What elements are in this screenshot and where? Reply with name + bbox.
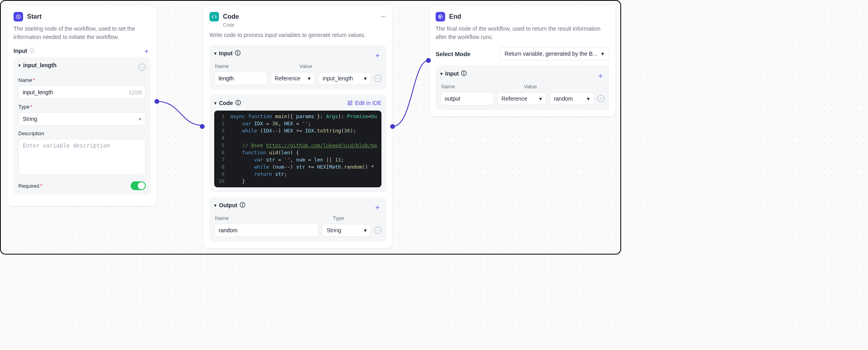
description-input[interactable]	[18, 139, 146, 175]
end-description: The final node of the workflow, used to …	[436, 25, 609, 41]
add-input-button[interactable]: ＋	[143, 47, 151, 55]
code-output-type-select[interactable]: String▾	[322, 224, 371, 237]
code-input-mode-select[interactable]: Reference▾	[270, 72, 315, 85]
end-input-name[interactable]	[440, 92, 494, 105]
code-subtitle: Code	[223, 22, 386, 28]
chevron-down-icon: ▾	[18, 63, 21, 68]
type-select[interactable]: String▾	[18, 112, 146, 126]
select-mode-dropdown[interactable]: Return variable, generated by the B...▾	[499, 47, 609, 60]
remove-code-output-button[interactable]: −	[374, 227, 381, 234]
name-counter: 12/20	[129, 89, 142, 95]
end-node: End The final node of the workflow, used…	[429, 6, 616, 117]
required-label: Required*	[18, 183, 42, 189]
connector-dot	[390, 124, 395, 129]
start-node: Start The starting node of the workflow,…	[7, 6, 157, 206]
code-editor[interactable]: 1async function main({ params }: Args): …	[214, 111, 381, 187]
required-toggle[interactable]	[131, 181, 146, 190]
end-icon	[436, 12, 445, 21]
start-title: Start	[27, 13, 41, 20]
name-label: Name*	[18, 77, 146, 83]
chevron-down-icon: ▾	[539, 95, 542, 102]
connector-dot	[426, 58, 431, 63]
info-icon: ⓘ	[240, 202, 245, 209]
remove-code-input-button[interactable]: −	[374, 75, 381, 82]
chevron-down-icon: ▾	[440, 71, 443, 76]
start-input-label: Input ⓘ	[14, 47, 35, 54]
chevron-down-icon: ▾	[587, 95, 590, 102]
remove-variable-button[interactable]: −	[139, 64, 146, 71]
info-icon: ⓘ	[29, 47, 35, 54]
description-label: Description	[18, 130, 146, 136]
edit-in-ide-button[interactable]: Edit in IDE	[347, 100, 381, 106]
code-description: Write code to process input variables to…	[209, 31, 386, 39]
chevron-down-icon: ▾	[364, 75, 367, 82]
chevron-down-icon: ▾	[214, 101, 217, 106]
select-mode-label: Select Mode	[436, 51, 471, 57]
connector-dot	[154, 99, 159, 104]
code-node: Code ⋯ Code Write code to process input …	[203, 6, 393, 248]
code-input-header[interactable]: ▾Input ⓘ	[214, 50, 240, 57]
code-section-header[interactable]: ▾Code ⓘ	[214, 99, 241, 107]
code-icon	[209, 12, 219, 21]
variable-collapse-header[interactable]: ▾ input_length	[18, 62, 57, 68]
code-input-ref-select[interactable]: input_length▾	[318, 72, 371, 85]
end-title: End	[449, 13, 461, 20]
remove-end-input-button[interactable]: −	[597, 95, 604, 102]
add-end-input-button[interactable]: ＋	[596, 72, 604, 80]
chevron-down-icon: ▾	[308, 75, 311, 82]
code-output-name[interactable]	[214, 224, 319, 237]
chevron-down-icon: ▾	[601, 51, 604, 57]
info-icon: ⓘ	[461, 70, 467, 77]
end-input-ref-select[interactable]: random▾	[549, 92, 594, 105]
type-label: Type*	[18, 104, 146, 110]
end-input-header[interactable]: ▾Input ⓘ	[440, 70, 467, 77]
add-code-input-button[interactable]: ＋	[373, 51, 381, 59]
chevron-down-icon: ▾	[364, 227, 367, 233]
end-input-mode-select[interactable]: Reference▾	[497, 92, 546, 105]
start-description: The starting node of the workflow, used …	[14, 25, 151, 41]
connector-dot	[200, 124, 205, 129]
chevron-down-icon: ▾	[214, 51, 217, 56]
connector-line	[393, 60, 432, 132]
code-output-header[interactable]: ▾Output ⓘ	[214, 202, 245, 209]
add-code-output-button[interactable]: ＋	[373, 203, 381, 211]
connector-line	[157, 101, 205, 129]
info-icon: ⓘ	[235, 99, 241, 107]
info-icon: ⓘ	[235, 50, 240, 57]
node-menu-button[interactable]: ⋯	[381, 14, 386, 20]
code-input-name[interactable]	[214, 72, 267, 85]
chevron-down-icon: ▾	[139, 117, 141, 122]
code-title: Code	[223, 13, 239, 20]
start-icon	[14, 12, 23, 21]
chevron-down-icon: ▾	[214, 203, 217, 208]
variable-name-input[interactable]	[18, 86, 146, 99]
